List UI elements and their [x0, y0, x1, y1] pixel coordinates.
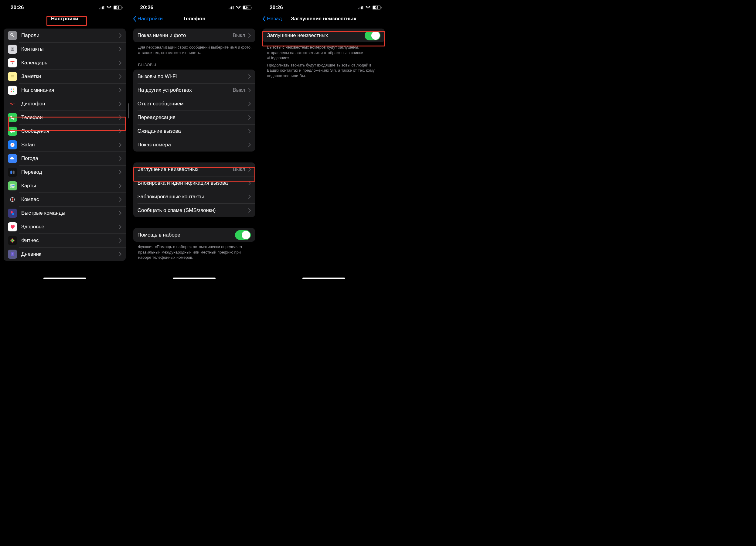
home-indicator[interactable]: [43, 278, 86, 279]
chevron-left-icon: [262, 16, 266, 22]
list-row[interactable]: Ответ сообщением: [133, 97, 255, 111]
phone-icon: [8, 113, 17, 122]
status-bar: 20:26 24: [259, 0, 388, 12]
list-row[interactable]: Ожидание вызова: [133, 124, 255, 138]
chevron-right-icon: [248, 33, 251, 38]
settings-row-maps[interactable]: Карты: [4, 179, 126, 193]
silence-unknown-toggle[interactable]: [365, 31, 380, 40]
list-row[interactable]: На других устройствахВыкл.: [133, 83, 255, 97]
svg-rect-27: [12, 213, 14, 215]
silence-footer-1: Вызовы с неизвестных номеров будут заглу…: [259, 42, 388, 62]
chevron-right-icon: [119, 211, 121, 215]
chevron-right-icon: [119, 252, 121, 256]
settings-row-voicememos[interactable]: Диктофон: [4, 97, 126, 111]
dial-assist-toggle[interactable]: [235, 230, 251, 240]
settings-list-container[interactable]: ПаролиКонтакты4КалендарьЗаметкиНапоминан…: [0, 26, 129, 281]
settings-row-label: Компас: [21, 196, 119, 203]
settings-row-passwords[interactable]: Пароли: [4, 29, 126, 42]
status-indicators: 24: [358, 5, 382, 10]
chevron-right-icon: [119, 225, 121, 229]
settings-row-shortcuts[interactable]: Быстрые команды: [4, 206, 126, 220]
row-label: Показ имени и фото: [138, 32, 233, 39]
dial-assist-label: Помощь в наборе: [138, 232, 235, 238]
chevron-right-icon: [248, 115, 251, 120]
dual-sim-icon: [99, 6, 105, 9]
chevron-right-icon: [119, 74, 121, 79]
contacts-icon: [8, 45, 17, 54]
settings-row-label: Фитнес: [21, 237, 119, 244]
back-label: Настройки: [138, 16, 163, 22]
row-label: Переадресация: [138, 114, 249, 121]
chevron-right-icon: [248, 143, 251, 147]
svg-point-10: [12, 48, 13, 49]
health-icon: [8, 222, 17, 231]
chevron-right-icon: [248, 88, 251, 92]
list-row[interactable]: Переадресация: [133, 111, 255, 124]
home-indicator[interactable]: [302, 278, 345, 279]
back-button[interactable]: Настройки: [133, 12, 163, 26]
settings-row-label: Быстрые команды: [21, 210, 119, 216]
settings-row-contacts[interactable]: Контакты: [4, 42, 126, 56]
silence-footer-2: Продолжать звонить будут входящие вызовы…: [259, 62, 388, 80]
list-row[interactable]: Заблокированные контакты: [133, 190, 255, 203]
journal-icon: [8, 250, 17, 259]
dial-assist-footer: Функция «Помощь в наборе» автоматически …: [130, 242, 259, 261]
chevron-right-icon: [248, 102, 251, 106]
list-row[interactable]: Сообщать о спаме (SMS/звонки): [133, 203, 255, 217]
settings-row-compass[interactable]: Компас: [4, 193, 126, 206]
chevron-right-icon: [119, 115, 121, 120]
row-label: Сообщать о спаме (SMS/звонки): [138, 207, 249, 213]
screen-settings: 20:26 24 Настройки ПаролиКонтакты4Календ…: [0, 0, 130, 281]
settings-row-label: Контакты: [21, 46, 119, 52]
back-button[interactable]: Назад: [262, 12, 282, 26]
silence-unknown-label: Заглушение неизвестных: [267, 32, 365, 39]
settings-row-messages[interactable]: Сообщения: [4, 124, 126, 138]
safari-icon: [8, 140, 17, 149]
list-row[interactable]: Показ номера: [133, 138, 255, 152]
list-row[interactable]: Заглушение неизвестныхВыкл.: [133, 162, 255, 176]
svg-point-30: [12, 240, 13, 241]
list-row[interactable]: Показ имени и фотоВыкл.: [133, 29, 255, 42]
row-value: Выкл.: [233, 87, 247, 93]
page-title: Настройки: [51, 16, 78, 22]
settings-row-label: Сообщения: [21, 128, 119, 134]
chevron-right-icon: [248, 195, 251, 199]
settings-row-reminders[interactable]: Напоминания: [4, 83, 126, 97]
dual-sim-icon: [229, 6, 234, 9]
row-value: Выкл.: [233, 32, 247, 39]
nav-bar: Настройки: [0, 12, 129, 26]
dial-assist-row[interactable]: Помощь в наборе: [133, 228, 255, 242]
row-label: Вызовы по Wi-Fi: [138, 73, 249, 80]
settings-row-translate[interactable]: Перевод: [4, 165, 126, 179]
svg-rect-23: [10, 170, 12, 174]
chevron-right-icon: [248, 129, 251, 133]
list-row[interactable]: Вызовы по Wi-Fi: [133, 70, 255, 83]
settings-row-safari[interactable]: Safari: [4, 138, 126, 152]
battery-icon: 24: [113, 5, 123, 10]
row-label: Ожидание вызова: [138, 128, 249, 134]
calls-header: ВЫЗОВЫ: [130, 56, 259, 70]
wifi-icon: [107, 6, 111, 9]
status-time: 20:26: [270, 5, 283, 11]
settings-row-notes[interactable]: Заметки: [4, 70, 126, 83]
voicememos-icon: [8, 99, 17, 108]
passwords-icon: [8, 31, 17, 40]
settings-row-label: Напоминания: [21, 87, 119, 93]
settings-row-calendar[interactable]: 4Календарь: [4, 56, 126, 70]
svg-point-20: [13, 91, 14, 92]
status-indicators: 24: [99, 5, 123, 10]
chevron-left-icon: [133, 16, 137, 22]
settings-row-health[interactable]: Здоровье: [4, 220, 126, 234]
silence-unknown-row[interactable]: Заглушение неизвестных: [263, 29, 385, 42]
wifi-icon: [236, 6, 241, 9]
home-indicator[interactable]: [173, 278, 216, 279]
settings-row-fitness[interactable]: Фитнес: [4, 234, 126, 247]
dual-sim-icon: [358, 6, 364, 9]
settings-row-weather[interactable]: Погода: [4, 152, 126, 165]
settings-row-journal[interactable]: Дневник: [4, 247, 126, 261]
settings-row-label: Погода: [21, 155, 119, 162]
settings-row-phone[interactable]: Телефон: [4, 111, 126, 124]
list-row[interactable]: Блокировка и идентификация вызова: [133, 176, 255, 190]
messages-icon: [8, 127, 17, 136]
chevron-right-icon: [248, 74, 251, 79]
